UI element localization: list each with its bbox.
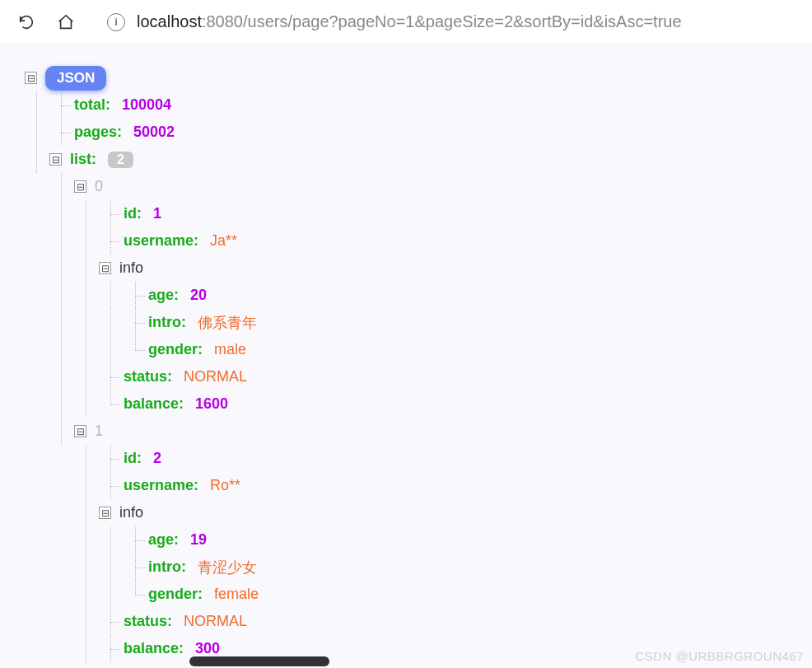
json-root-badge[interactable]: JSON	[45, 66, 106, 91]
value-username: Ja**	[210, 232, 237, 250]
key-info: info	[119, 504, 143, 521]
collapse-toggle[interactable]: ⊟	[74, 425, 86, 437]
key-status: status	[124, 368, 167, 385]
address-bar[interactable]: i localhost:8080/users/page?pageNo=1&pag…	[96, 12, 796, 31]
key-id: id	[124, 205, 137, 222]
key-pages: pages	[74, 124, 117, 141]
horizontal-scrollbar[interactable]	[189, 656, 329, 666]
key-id: id	[124, 450, 137, 467]
value-intro: 青涩少女	[198, 558, 257, 577]
key-info: info	[119, 259, 143, 277]
value-status: NORMAL	[184, 613, 247, 630]
key-total: total	[74, 96, 105, 114]
watermark: CSDN @URBBRGROUN467	[635, 649, 804, 663]
array-index: 1	[95, 423, 103, 440]
key-gender: gender	[148, 341, 198, 358]
json-viewer: ⊟ JSON total : 100004 pages : 50002 ⊟ li…	[0, 44, 812, 668]
key-balance: balance	[124, 640, 179, 657]
value-id: 1	[153, 205, 161, 222]
reload-icon[interactable]	[16, 12, 36, 32]
list-count-badge: 2	[108, 152, 133, 168]
value-balance: 1600	[195, 395, 228, 413]
collapse-toggle[interactable]: ⊟	[99, 507, 111, 519]
url-text: localhost:8080/users/page?pageNo=1&pageS…	[137, 12, 682, 31]
value-gender: female	[214, 586, 259, 603]
key-balance: balance	[124, 395, 179, 413]
home-icon[interactable]	[56, 12, 76, 32]
key-username: username	[124, 477, 194, 494]
value-balance: 300	[195, 640, 220, 657]
array-index: 0	[95, 178, 103, 195]
key-intro: intro	[148, 314, 181, 331]
value-age: 19	[190, 531, 207, 549]
info-icon[interactable]: i	[107, 13, 125, 31]
collapse-toggle[interactable]: ⊟	[99, 262, 111, 274]
key-age: age	[148, 287, 174, 304]
key-status: status	[124, 613, 167, 630]
value-status: NORMAL	[184, 368, 247, 385]
key-list: list	[70, 151, 91, 168]
key-intro: intro	[148, 558, 181, 576]
key-username: username	[124, 232, 194, 250]
value-intro: 佛系青年	[198, 313, 257, 333]
value-age: 20	[190, 287, 207, 304]
collapse-toggle[interactable]: ⊟	[74, 180, 86, 193]
collapse-toggle[interactable]: ⊟	[25, 72, 37, 84]
browser-toolbar: i localhost:8080/users/page?pageNo=1&pag…	[0, 0, 812, 44]
collapse-toggle[interactable]: ⊟	[49, 153, 62, 166]
value-gender: male	[214, 341, 246, 358]
value-id: 2	[153, 450, 161, 467]
key-age: age	[148, 531, 174, 549]
key-gender: gender	[148, 586, 198, 603]
value-pages: 50002	[133, 124, 175, 141]
value-username: Ro**	[210, 477, 240, 494]
value-total: 100004	[122, 96, 171, 114]
